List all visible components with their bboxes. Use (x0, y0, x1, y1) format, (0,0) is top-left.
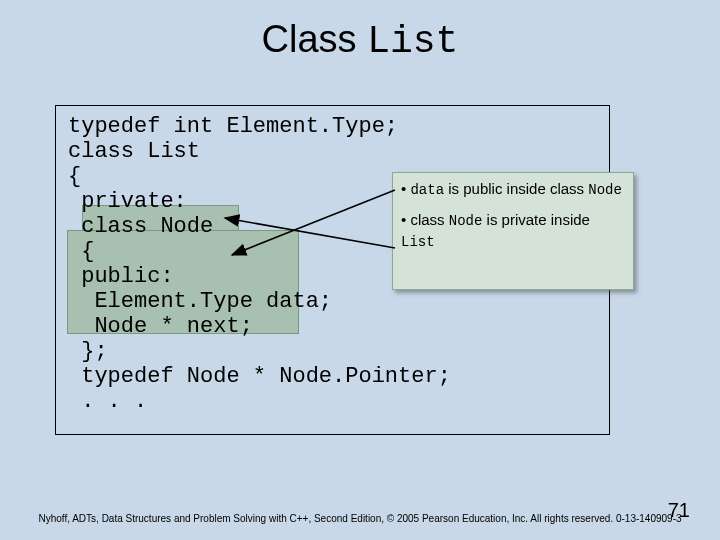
title-mono: List (367, 20, 458, 63)
b1-prefix: • (401, 180, 410, 197)
b1-mono1: data (410, 182, 444, 198)
callout-bullet-1: • data is public inside class Node (401, 179, 625, 200)
b2-mid: is private inside (482, 211, 590, 228)
b1-mono2: Node (588, 182, 622, 198)
callout-box: • data is public inside class Node • cla… (392, 172, 634, 290)
page-number: 71 (668, 499, 690, 522)
slide-title: Class List (0, 18, 720, 63)
b2-mono1: Node (449, 213, 483, 229)
callout-bullet-2: • class Node is private inside List (401, 210, 625, 252)
b1-mid: is public inside class (444, 180, 588, 197)
b2-prefix: • class (401, 211, 449, 228)
b2-mono2: List (401, 234, 435, 250)
title-prefix: Class (262, 18, 368, 60)
footer-text: Nyhoff, ADTs, Data Structures and Proble… (0, 513, 720, 524)
